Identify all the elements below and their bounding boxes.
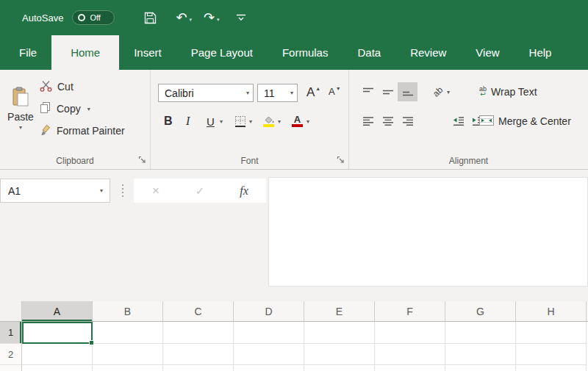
tab-formulas[interactable]: Formulas — [268, 35, 343, 70]
cell[interactable] — [516, 344, 587, 365]
tab-insert[interactable]: Insert — [119, 35, 176, 70]
decrease-indent-button[interactable] — [448, 112, 468, 131]
cell[interactable] — [375, 365, 445, 371]
redo-dropdown-icon[interactable]: ▾ — [217, 17, 220, 23]
fill-handle[interactable] — [89, 340, 94, 345]
cell[interactable] — [445, 365, 516, 371]
cell[interactable] — [163, 365, 234, 371]
row-header-3[interactable] — [0, 365, 22, 371]
save-icon[interactable] — [144, 12, 157, 24]
format-painter-button[interactable]: Format Painter — [40, 122, 125, 140]
wrap-text-label: Wrap Text — [491, 86, 537, 98]
excel-window: AutoSave Off ↶ ▾ ↷ ▾ File Home Insert Pa… — [0, 0, 588, 371]
font-color-dropdown-icon[interactable]: ▾ — [306, 112, 309, 131]
align-top-button[interactable] — [358, 82, 378, 101]
insert-function-icon[interactable]: fx — [222, 184, 266, 198]
cell[interactable] — [234, 322, 304, 344]
underline-button[interactable]: U — [207, 112, 215, 131]
font-group-label: Font — [151, 156, 348, 166]
font-size-combobox[interactable]: 11 ▾ — [257, 84, 298, 102]
align-middle-button[interactable] — [378, 82, 398, 101]
name-box-dropdown-icon[interactable]: ▾ — [93, 187, 110, 194]
enter-icon[interactable]: ✓ — [178, 184, 222, 198]
clipboard-dialog-launcher-icon[interactable] — [138, 156, 146, 164]
underline-dropdown-icon[interactable]: ▾ — [220, 112, 223, 131]
orientation-dropdown-icon[interactable]: ▾ — [447, 82, 450, 101]
font-name-combobox[interactable]: Calibri ▾ — [158, 84, 254, 102]
cell[interactable] — [234, 365, 304, 371]
column-header-d[interactable]: D — [234, 301, 304, 321]
align-bottom-button[interactable] — [398, 82, 417, 101]
tab-view[interactable]: View — [461, 35, 514, 70]
name-box[interactable]: A1 ▾ — [0, 179, 110, 203]
tab-help[interactable]: Help — [514, 35, 567, 70]
row-header-1[interactable]: 1 — [0, 322, 22, 344]
cell[interactable] — [163, 344, 234, 365]
borders-button[interactable] — [234, 112, 246, 131]
cell[interactable] — [375, 344, 445, 365]
paste-button[interactable]: Paste ▾ — [4, 74, 37, 143]
cell[interactable] — [163, 322, 234, 344]
merge-center-button[interactable]: Merge & Center — [479, 112, 571, 131]
fill-color-button[interactable] — [262, 112, 275, 131]
italic-button[interactable]: I — [186, 112, 190, 131]
cell[interactable] — [93, 365, 163, 371]
select-all-corner[interactable] — [0, 301, 22, 321]
tab-home[interactable]: Home — [51, 35, 119, 70]
column-header-f[interactable]: F — [375, 301, 445, 321]
bold-button[interactable]: B — [164, 112, 173, 131]
formula-input[interactable] — [268, 177, 588, 287]
autosave-label: AutoSave — [22, 12, 63, 24]
cancel-icon[interactable]: × — [134, 184, 178, 198]
column-header-b[interactable]: B — [93, 301, 163, 321]
tab-review[interactable]: Review — [395, 35, 461, 70]
align-center-button[interactable] — [378, 112, 398, 131]
font-color-button[interactable]: A — [292, 112, 303, 131]
tab-data[interactable]: Data — [343, 35, 395, 70]
cell[interactable] — [234, 344, 304, 365]
cell[interactable] — [516, 322, 587, 344]
cut-button[interactable]: Cut — [40, 78, 74, 96]
customize-qat-icon[interactable] — [236, 14, 246, 22]
undo-dropdown-icon[interactable]: ▾ — [189, 17, 192, 23]
merge-center-label: Merge & Center — [498, 115, 571, 127]
cell[interactable] — [445, 344, 516, 365]
cell-a1-selected[interactable] — [22, 322, 93, 344]
cell[interactable] — [93, 322, 163, 344]
font-dialog-launcher-icon[interactable] — [337, 156, 345, 164]
tab-page-layout[interactable]: Page Layout — [176, 35, 268, 70]
cell[interactable] — [22, 365, 93, 371]
cell[interactable] — [93, 344, 163, 365]
redo-icon[interactable]: ↷ — [204, 11, 215, 24]
row-2: 2 — [0, 344, 588, 365]
column-header-e[interactable]: E — [304, 301, 375, 321]
font-size-dropdown-icon[interactable]: ▾ — [287, 90, 297, 96]
decrease-font-size-button[interactable]: A ▼ — [329, 84, 341, 102]
increase-font-size-button[interactable]: A ▲ — [306, 84, 320, 102]
cell[interactable] — [445, 322, 516, 344]
autosave-toggle[interactable]: Off — [72, 10, 115, 25]
copy-button[interactable]: Copy ▾ — [40, 100, 90, 118]
column-header-g[interactable]: G — [445, 301, 516, 321]
orientation-button[interactable]: ab — [429, 82, 448, 101]
cell[interactable] — [516, 365, 587, 371]
font-name-dropdown-icon[interactable]: ▾ — [243, 90, 253, 96]
cell[interactable] — [22, 344, 93, 365]
cell[interactable] — [304, 365, 375, 371]
borders-dropdown-icon[interactable]: ▾ — [249, 112, 252, 131]
orientation-icon: ab — [431, 84, 445, 98]
cell[interactable] — [375, 322, 445, 344]
undo-icon[interactable]: ↶ — [176, 11, 187, 24]
column-header-a[interactable]: A — [22, 301, 93, 321]
align-left-button[interactable] — [358, 112, 378, 131]
wrap-text-button[interactable]: ab ↩ Wrap Text — [479, 82, 537, 101]
paste-dropdown-icon: ▾ — [19, 124, 22, 131]
fill-color-dropdown-icon[interactable]: ▾ — [278, 112, 281, 131]
cell[interactable] — [304, 322, 375, 344]
column-header-c[interactable]: C — [163, 301, 234, 321]
align-right-button[interactable] — [398, 112, 417, 131]
column-header-h[interactable]: H — [516, 301, 587, 321]
row-header-2[interactable]: 2 — [0, 344, 22, 365]
tab-file[interactable]: File — [4, 35, 51, 70]
cell[interactable] — [304, 344, 375, 365]
